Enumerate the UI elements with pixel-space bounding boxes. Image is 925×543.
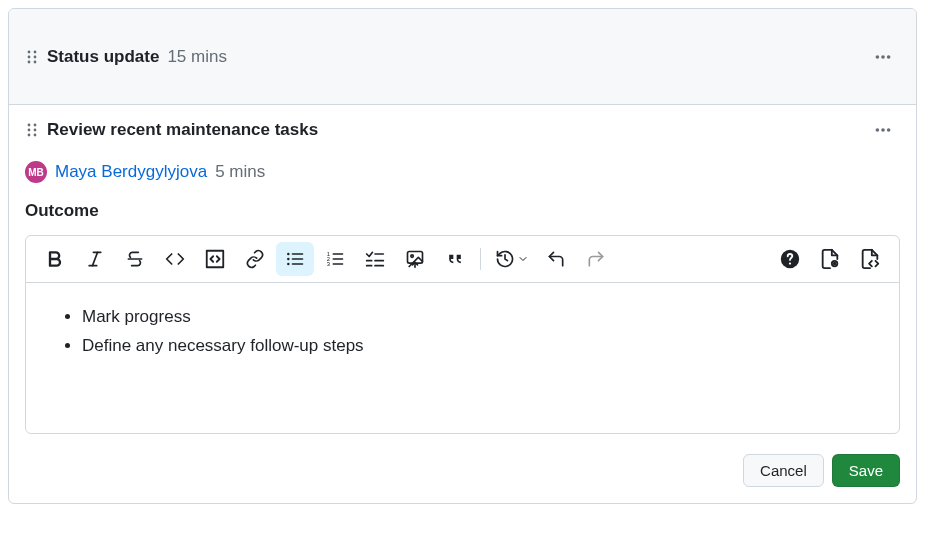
- bold-button[interactable]: [36, 242, 74, 276]
- svg-point-9: [28, 124, 31, 127]
- chevron-down-icon: [517, 253, 529, 265]
- svg-point-3: [34, 55, 37, 58]
- undo-button[interactable]: [537, 242, 575, 276]
- image-button[interactable]: [396, 242, 434, 276]
- svg-point-8: [887, 55, 891, 59]
- strikethrough-button[interactable]: [116, 242, 154, 276]
- link-button[interactable]: [236, 242, 274, 276]
- svg-point-10: [34, 124, 37, 127]
- svg-point-7: [881, 55, 885, 59]
- editor-toolbar: 123: [26, 236, 899, 283]
- svg-point-23: [287, 253, 290, 256]
- task-list-button[interactable]: [356, 242, 394, 276]
- italic-button[interactable]: [76, 242, 114, 276]
- svg-point-4: [28, 60, 31, 63]
- bullet-item: Define any necessary follow-up steps: [82, 332, 869, 361]
- help-button[interactable]: [771, 242, 809, 276]
- quote-button[interactable]: [436, 242, 474, 276]
- agenda-item-expanded: Review recent maintenance tasks MB Maya …: [9, 105, 916, 503]
- svg-point-44: [789, 262, 791, 264]
- svg-point-41: [411, 255, 414, 258]
- assignee-link[interactable]: Maya Berdygylyjova: [55, 162, 207, 182]
- agenda-item-collapsed: Status update 15 mins: [9, 9, 916, 105]
- item-menu-button[interactable]: [866, 117, 900, 143]
- drag-handle-icon[interactable]: [25, 122, 39, 138]
- item-duration: 15 mins: [167, 47, 227, 67]
- ordered-list-button[interactable]: 123: [316, 242, 354, 276]
- svg-point-27: [287, 263, 290, 266]
- svg-point-14: [34, 134, 37, 137]
- svg-point-0: [28, 50, 31, 53]
- svg-point-6: [876, 55, 880, 59]
- item-menu-button[interactable]: [866, 44, 900, 70]
- code-block-button[interactable]: [196, 242, 234, 276]
- svg-point-15: [876, 128, 880, 132]
- svg-rect-22: [207, 251, 224, 268]
- agenda-panel: Status update 15 mins Review recent main…: [8, 8, 917, 504]
- drag-handle-icon[interactable]: [25, 49, 39, 65]
- svg-point-17: [887, 128, 891, 132]
- history-dropdown[interactable]: [487, 242, 535, 276]
- bullet-item: Mark progress: [82, 303, 869, 332]
- inline-code-button[interactable]: [156, 242, 194, 276]
- svg-point-12: [34, 129, 37, 132]
- assignee-row: MB Maya Berdygylyjova 5 mins: [25, 161, 900, 183]
- svg-point-2: [28, 55, 31, 58]
- item-title: Review recent maintenance tasks: [47, 120, 318, 140]
- svg-point-5: [34, 60, 37, 63]
- svg-point-46: [834, 263, 836, 265]
- preview-button[interactable]: [811, 242, 849, 276]
- cancel-button[interactable]: Cancel: [743, 454, 824, 487]
- source-button[interactable]: [851, 242, 889, 276]
- bullet-list-button[interactable]: [276, 242, 314, 276]
- save-button[interactable]: Save: [832, 454, 900, 487]
- action-row: Cancel Save: [25, 454, 900, 487]
- item-title: Status update: [47, 47, 159, 67]
- rich-text-editor: 123: [25, 235, 900, 434]
- svg-point-25: [287, 258, 290, 261]
- item-duration: 5 mins: [215, 162, 265, 182]
- svg-point-16: [881, 128, 885, 132]
- svg-point-13: [28, 134, 31, 137]
- avatar: MB: [25, 161, 47, 183]
- svg-line-20: [93, 252, 98, 265]
- toolbar-separator: [480, 248, 481, 270]
- svg-point-1: [34, 50, 37, 53]
- svg-point-11: [28, 129, 31, 132]
- editor-content[interactable]: Mark progress Define any necessary follo…: [26, 283, 899, 433]
- svg-text:3: 3: [327, 261, 330, 267]
- redo-button[interactable]: [577, 242, 615, 276]
- section-label: Outcome: [25, 201, 99, 221]
